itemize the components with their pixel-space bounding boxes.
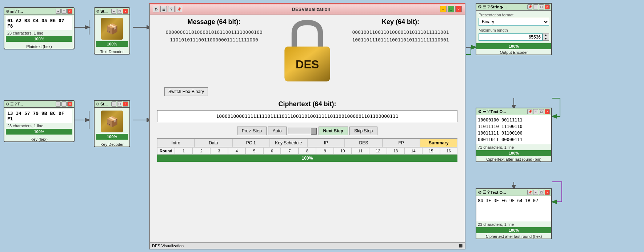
des-question-icon[interactable]: ? [168, 6, 175, 12]
decoder2-progress-bar: 100% [96, 134, 128, 140]
des-progress-bar: 100% [157, 155, 457, 162]
bin-close-btn[interactable]: × [545, 109, 550, 114]
encoder-minimize-btn[interactable]: − [533, 4, 538, 9]
tab-pc-1[interactable]: PC 1 [232, 139, 270, 147]
des-win-buttons: − □ × [440, 6, 462, 12]
round-cell-12[interactable]: 12 [369, 147, 387, 155]
round-cell-13[interactable]: 13 [387, 147, 405, 155]
skip-step-btn[interactable]: Skip Step [349, 127, 377, 135]
key-widget-title: T... [17, 102, 55, 106]
des-maximize-btn[interactable]: □ [448, 6, 454, 12]
decoder1-close-btn[interactable]: × [123, 9, 128, 14]
des-list-icon[interactable]: ☰ [160, 6, 167, 12]
prev-step-btn[interactable]: Prev. Step [237, 127, 267, 135]
plaintext-widget-title: T... [17, 9, 55, 13]
message-line2: 1101010111001100000011111111000 [170, 37, 258, 43]
round-cell-1[interactable]: 1 [175, 147, 193, 155]
plaintext-minimize-btn[interactable]: − [56, 9, 61, 14]
bin-gear-icon: ⚙ [478, 109, 482, 114]
round-cell-3[interactable]: 3 [210, 147, 228, 155]
question-icon: ? [15, 9, 17, 13]
tab-summary[interactable]: Summary [420, 139, 457, 147]
tab-des[interactable]: DES [345, 139, 382, 147]
encoder-header: ⚙ ☰ ? String-... 📌 − □ × [476, 4, 551, 11]
ciphertext-hex-info: 23 characters, 1 line [476, 221, 551, 227]
decoder2-minimize-btn[interactable]: − [111, 101, 116, 107]
round-cell-14[interactable]: 14 [404, 147, 422, 155]
decoder1-maximize-btn[interactable]: □ [117, 9, 122, 14]
bin-line3: 10011111 01100100 [478, 130, 550, 136]
key-close-btn[interactable]: × [67, 101, 72, 107]
key-gear-icon: ⚙ [6, 102, 9, 107]
des-minimize-btn[interactable]: − [440, 6, 447, 12]
bin-minimize-btn[interactable]: − [533, 109, 538, 114]
encoder-pin-btn[interactable]: 📌 [527, 4, 532, 9]
tab-data[interactable]: Data [195, 139, 232, 147]
round-cell-16[interactable]: 16 [440, 147, 458, 155]
switch-hex-binary-btn[interactable]: Switch Hex-Binary [164, 87, 208, 96]
round-cell-8[interactable]: 8 [299, 147, 316, 155]
spin-down-btn[interactable]: ▼ [543, 37, 549, 41]
plaintext-maximize-btn[interactable]: □ [61, 9, 67, 14]
encoder-maximize-btn[interactable]: □ [539, 4, 544, 9]
encoder-title: String-... [491, 5, 527, 9]
plaintext-close-btn[interactable]: × [67, 9, 72, 14]
round-cell-10[interactable]: 10 [334, 147, 352, 155]
des-status-icon: ▦ [459, 243, 463, 248]
message-line1: 0000000110100001010110011110000100 [165, 29, 262, 35]
key-progress-bar: 100% [6, 129, 72, 135]
plaintext-char-info: 23 characters, 1 line [6, 30, 72, 36]
round-cell-2[interactable]: 2 [192, 147, 210, 155]
key-maximize-btn[interactable]: □ [61, 101, 67, 107]
message-section: Message (64 bit): 0000000110100001010110… [157, 18, 271, 44]
bin-pin-btn[interactable]: 📌 [527, 109, 532, 114]
hex-pin-btn[interactable]: 📌 [527, 190, 532, 195]
hex-value: 84 3F DE E6 9F 64 1B 07 [478, 197, 550, 204]
ciphertext-title: Ciphertext (64 bit): [157, 100, 457, 108]
des-pin-icon[interactable]: 📌 [176, 6, 182, 12]
des-close-btn[interactable]: × [455, 6, 462, 12]
hex-close-btn[interactable]: × [545, 190, 550, 195]
round-cell-9[interactable]: 9 [316, 147, 334, 155]
round-cell-7[interactable]: 7 [281, 147, 299, 155]
auto-btn[interactable]: Auto [268, 127, 287, 135]
spin-up-btn[interactable]: ▲ [543, 33, 549, 37]
tab-ip[interactable]: IP [307, 139, 345, 147]
decoder2-label: Key Decoder [95, 142, 129, 147]
tab-key-schedule[interactable]: Key Schedule [270, 139, 307, 147]
ciphertext-section: Ciphertext (64 bit): 1000010000111111110… [157, 100, 457, 122]
round-cell-5[interactable]: 5 [245, 147, 263, 155]
decoder2-close-btn[interactable]: × [123, 101, 128, 107]
plaintext-widget: ⚙ ☰ ? T... − □ × 01 A2 B3 C4 D5 E6 07 F8… [4, 7, 75, 49]
des-titlebar: ⚙ ☰ ? 📌 DESVisualization − □ × [150, 4, 465, 15]
key-minimize-btn[interactable]: − [56, 101, 61, 107]
padlock-area: DES [271, 18, 344, 84]
round-cell-11[interactable]: 11 [352, 147, 369, 155]
bin-line4: 00011011 00000111 [478, 136, 550, 143]
max-length-input[interactable] [479, 33, 543, 41]
speed-slider[interactable] [288, 128, 317, 134]
encoder-progress-bar: 100% [476, 43, 551, 49]
hex-maximize-btn[interactable]: □ [539, 190, 544, 195]
des-gear-icon[interactable]: ⚙ [153, 6, 159, 12]
hex-question-icon: ? [487, 190, 490, 195]
presentation-format-select[interactable]: Binary Hex Decimal ASCII [479, 18, 549, 26]
round-cell-15[interactable]: 15 [422, 147, 440, 155]
key-hex-value: 13 34 57 79 9B BC DF F1 [6, 109, 72, 123]
ciphertext-bin-header: ⚙ ☰ ? Text O... 📌 − □ × [476, 108, 551, 115]
decoder2-maximize-btn[interactable]: □ [117, 101, 122, 107]
round-cell-4[interactable]: 4 [228, 147, 246, 155]
tab-fp[interactable]: FP [383, 139, 420, 147]
decoder1-minimize-btn[interactable]: − [111, 9, 116, 14]
des-title: DESVisualization [292, 7, 331, 12]
bin-line2: 11011110 11100110 [478, 123, 550, 130]
next-step-btn[interactable]: Next Step [319, 127, 348, 135]
text-decoder-header: ⚙ St... − □ × [95, 8, 129, 15]
round-cell-6[interactable]: 6 [263, 147, 281, 155]
max-length-spinner[interactable]: ▲ ▼ [543, 33, 549, 41]
encoder-close-btn[interactable]: × [545, 4, 550, 9]
round-header-label: Round [157, 147, 175, 155]
tab-intro[interactable]: Intro [157, 139, 195, 147]
hex-minimize-btn[interactable]: − [533, 190, 538, 195]
bin-maximize-btn[interactable]: □ [539, 109, 544, 114]
